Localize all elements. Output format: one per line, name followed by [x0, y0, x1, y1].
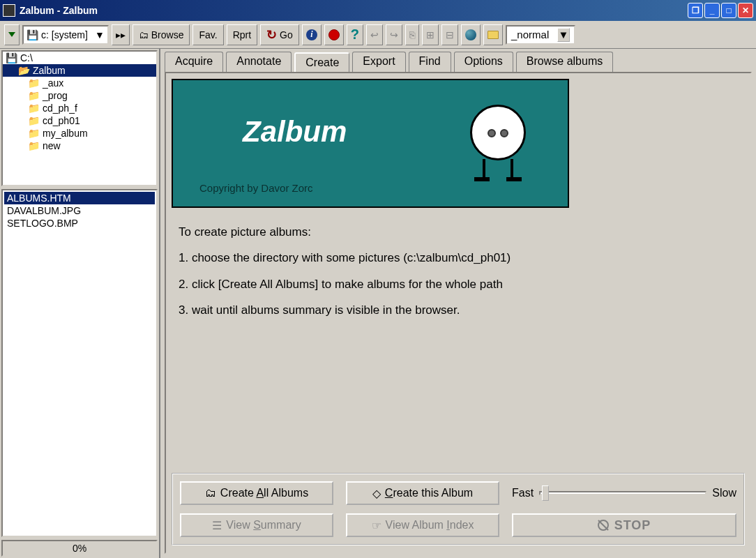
- btn-label: Create this Album: [385, 487, 473, 499]
- instruction-step: 1. choose the directory with some pictur…: [179, 245, 738, 271]
- stop-label: STOP: [614, 518, 651, 533]
- fast-label: Fast: [512, 487, 534, 499]
- progress-bar: 0%: [1, 540, 158, 557]
- banner-copyright: Copyright by Davor Zorc: [199, 182, 313, 194]
- browse-icon: 🗂: [139, 29, 149, 40]
- stop-button-toolbar[interactable]: [324, 24, 344, 45]
- tool-button-2[interactable]: ⊞: [422, 24, 439, 45]
- view-album-index-button[interactable]: ☞View Album Index: [346, 513, 499, 537]
- tab-browse-albums[interactable]: Browse albums: [516, 52, 613, 72]
- mode-label: _normal: [511, 29, 549, 40]
- instruction-step: 3. wait until albums summary is visible …: [179, 297, 738, 323]
- globe-icon: [465, 29, 476, 40]
- file-row[interactable]: ALBUMS.HTM: [4, 192, 155, 204]
- btn-label: Create All Albums: [220, 487, 308, 499]
- folder-button[interactable]: [483, 24, 503, 45]
- go-label: Go: [280, 29, 293, 40]
- folder-icon: 📁: [28, 115, 40, 126]
- tab-annotate[interactable]: Annotate: [226, 52, 292, 72]
- folder-icon: [487, 31, 499, 39]
- window-minimize-button[interactable]: _: [704, 3, 720, 18]
- btn-label: View Album Index: [386, 519, 474, 531]
- tab-create[interactable]: Create: [294, 52, 349, 73]
- stop-button[interactable]: STOP: [512, 513, 736, 537]
- tool-icon: ⊟: [446, 29, 454, 40]
- no-entry-icon: [598, 520, 609, 531]
- create-this-album-button[interactable]: ◇Create this Album: [346, 481, 499, 505]
- chevron-down-icon: ▼: [557, 28, 570, 42]
- file-row[interactable]: SETLOGO.BMP: [4, 217, 155, 229]
- rprt-label: Rprt: [233, 29, 251, 40]
- fast-forward-button[interactable]: ▸▸: [112, 24, 130, 45]
- question-icon: ?: [351, 27, 359, 43]
- chevron-down-icon: ▼: [95, 29, 105, 40]
- folders-icon: 🗂: [205, 487, 216, 499]
- tree-label: _aux: [43, 77, 63, 89]
- nav-back-button[interactable]: ↩: [366, 24, 383, 45]
- rprt-button[interactable]: Rprt: [227, 24, 257, 45]
- arrow-right-icon: ↪: [390, 29, 398, 40]
- drive-icon: 💾: [6, 52, 17, 63]
- folder-icon: 📁: [28, 128, 40, 139]
- tool-button-3[interactable]: ⊟: [441, 24, 458, 45]
- tree-label: my_album: [43, 128, 88, 139]
- info-button[interactable]: i: [302, 24, 322, 45]
- arrow-left-icon: ↩: [370, 29, 379, 40]
- app-icon: [3, 4, 15, 17]
- view-summary-button[interactable]: ☰View Summary: [180, 513, 333, 537]
- tree-row[interactable]: 📁cd_ph01: [3, 114, 156, 127]
- browse-label: Browse: [151, 29, 184, 40]
- tree-row[interactable]: 📁my_album: [3, 127, 156, 140]
- tree-row[interactable]: 📂Zalbum: [3, 64, 156, 77]
- mascot-icon: [470, 105, 526, 160]
- go-button[interactable]: ↻Go: [260, 24, 299, 45]
- browse-button[interactable]: 🗂Browse: [133, 24, 190, 45]
- tree-row[interactable]: 💾C:\: [3, 52, 156, 64]
- instructions: To create picture albums: 1. choose the …: [172, 208, 745, 335]
- fav-button[interactable]: Fav.: [192, 24, 223, 45]
- file-list[interactable]: ALBUMS.HTM DAVALBUM.JPG SETLOGO.BMP: [1, 189, 158, 537]
- window-titlebar: Zalbum - Zalbum ❐ _ □ ✕: [0, 0, 756, 21]
- directory-tree[interactable]: 💾C:\ 📂Zalbum 📁_aux 📁_prog 📁cd_ph_f 📁cd_p…: [1, 50, 158, 186]
- tree-label: Zalbum: [33, 65, 66, 76]
- arrow-down-icon: [8, 32, 15, 37]
- reload-icon: ↻: [266, 27, 277, 43]
- create-all-albums-button[interactable]: 🗂Create All Albums: [180, 481, 333, 505]
- slider-thumb[interactable]: [542, 485, 549, 501]
- tool-icon: ⊞: [426, 29, 434, 40]
- info-icon: i: [306, 29, 317, 40]
- tab-bar: Acquire Annotate Create Export Find Opti…: [160, 49, 756, 72]
- window-maximize-button[interactable]: □: [721, 3, 736, 18]
- hand-icon: ☞: [372, 519, 381, 532]
- right-pane: Acquire Annotate Create Export Find Opti…: [160, 49, 756, 558]
- help-button[interactable]: ?: [347, 24, 363, 45]
- window-title: Zalbum - Zalbum: [20, 5, 688, 16]
- folder-icon: 📁: [28, 77, 40, 89]
- tab-export[interactable]: Export: [352, 52, 405, 72]
- tree-row[interactable]: 📁_prog: [3, 89, 156, 102]
- drive-selector[interactable]: 💾 c: [system] ▼: [22, 25, 109, 45]
- banner-title: Zalbum: [243, 115, 347, 149]
- speed-slider[interactable]: [539, 491, 706, 495]
- tree-row[interactable]: 📁_aux: [3, 77, 156, 89]
- nav-forward-button[interactable]: ↪: [386, 24, 402, 45]
- tree-row[interactable]: 📁new: [3, 140, 156, 152]
- tab-acquire[interactable]: Acquire: [165, 52, 223, 72]
- speed-slider-row: Fast Slow: [512, 487, 736, 499]
- tab-find[interactable]: Find: [409, 52, 451, 72]
- window-close-button[interactable]: ✕: [738, 3, 753, 18]
- instruction-heading: To create picture albums:: [179, 219, 738, 245]
- tree-label: new: [43, 140, 61, 151]
- globe-button[interactable]: [461, 24, 481, 45]
- tab-options[interactable]: Options: [454, 52, 513, 72]
- file-row[interactable]: DAVALBUM.JPG: [4, 204, 155, 217]
- diamond-icon: ◇: [372, 487, 381, 500]
- dropdown-button[interactable]: [4, 24, 20, 45]
- drive-label: c: [system]: [41, 29, 88, 40]
- tool-button-1[interactable]: ⎘: [405, 24, 419, 45]
- left-pane: 💾C:\ 📂Zalbum 📁_aux 📁_prog 📁cd_ph_f 📁cd_p…: [0, 49, 160, 558]
- btn-label: View Summary: [226, 519, 301, 531]
- tree-row[interactable]: 📁cd_ph_f: [3, 102, 156, 114]
- mode-selector[interactable]: _normal ▼: [506, 25, 575, 45]
- window-extra-button[interactable]: ❐: [688, 3, 703, 18]
